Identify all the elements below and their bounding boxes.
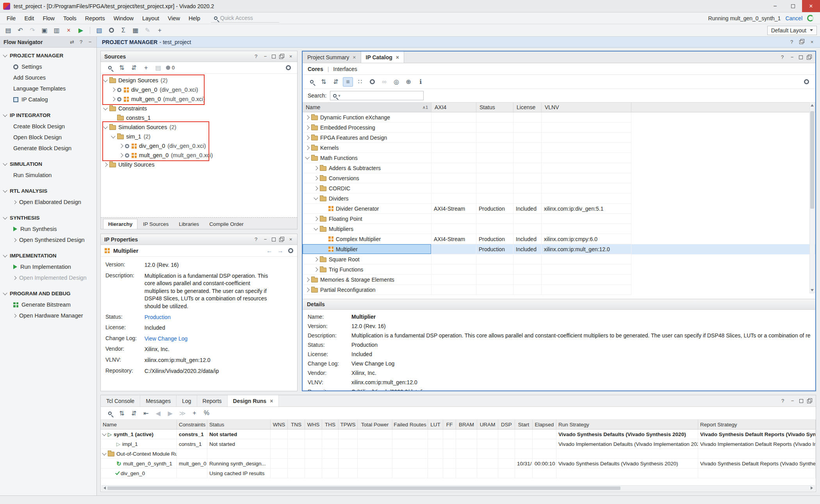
- scroll-down-icon[interactable]: [811, 289, 814, 291]
- tab-ip-catalog[interactable]: IP Catalog×: [361, 51, 404, 63]
- catalog-row-floating-point[interactable]: Floating Point: [303, 214, 815, 224]
- catalog-row-embedded-processing[interactable]: Embedded Processing: [303, 122, 815, 133]
- menu-edit[interactable]: Edit: [20, 14, 38, 23]
- tab-compile-order[interactable]: Compile Order: [205, 219, 248, 229]
- subtab-interfaces[interactable]: Interfaces: [333, 66, 357, 72]
- run-row-out-of-context-module-runs[interactable]: Out-of-Context Module Runs: [101, 449, 816, 459]
- tree-item-sim-1[interactable]: sim_1(2): [101, 132, 297, 141]
- help-icon[interactable]: ?: [779, 54, 785, 60]
- catalog-row-math-functions[interactable]: Math Functions: [303, 153, 815, 163]
- help-icon[interactable]: ?: [253, 236, 259, 242]
- column-header-status[interactable]: Status: [476, 103, 513, 112]
- link-icon[interactable]: ∞: [379, 77, 389, 87]
- column-header-status[interactable]: Status: [207, 420, 271, 429]
- column-header-license[interactable]: License: [513, 103, 542, 112]
- flow-item-create-block-design[interactable]: Create Block Design: [0, 121, 96, 132]
- info-icon[interactable]: ℹ: [415, 77, 426, 87]
- run-row-mult-gen-0-synth-1[interactable]: ↻mult_gen_0_synth_1mult_gen_0Running syn…: [101, 459, 816, 469]
- maximize-icon[interactable]: [272, 55, 276, 59]
- column-header-lut[interactable]: LUT: [428, 420, 443, 429]
- scroll-right-icon[interactable]: [811, 486, 813, 490]
- menu-window[interactable]: Window: [109, 14, 138, 23]
- taxonomy-view-icon[interactable]: ∷: [355, 77, 365, 87]
- column-header-tns[interactable]: TNS: [288, 420, 305, 429]
- create-run-icon[interactable]: +: [189, 408, 200, 418]
- column-header-total-power[interactable]: Total Power: [358, 420, 392, 429]
- subtab-cores[interactable]: Cores: [308, 66, 323, 72]
- customize-wrench-icon[interactable]: [367, 77, 377, 87]
- column-header-start[interactable]: Start: [515, 420, 533, 429]
- open-file-icon[interactable]: ▤: [3, 26, 13, 35]
- expand-all-icon[interactable]: ⇵: [129, 408, 139, 418]
- probe-icon[interactable]: +: [155, 26, 165, 35]
- run-row-div-gen-0[interactable]: div_gen_0Using cached IP results: [101, 469, 816, 478]
- column-header-name[interactable]: Name∧1: [303, 103, 431, 112]
- reset-to-start-icon[interactable]: ⇤: [141, 408, 151, 418]
- save-icon[interactable]: ▣: [39, 26, 50, 35]
- settings-gear-icon[interactable]: [283, 63, 293, 73]
- catalog-row-kernels[interactable]: Kernels: [303, 143, 815, 153]
- catalog-row-dynamic-function-exchange[interactable]: Dynamic Function eXchange: [303, 112, 815, 122]
- minimize-icon[interactable]: −: [790, 398, 795, 404]
- cancel-link[interactable]: Cancel: [785, 15, 802, 21]
- maximize-icon[interactable]: [799, 399, 803, 403]
- search-icon[interactable]: [105, 408, 115, 418]
- search-icon[interactable]: [307, 77, 317, 87]
- vertical-scrollbar[interactable]: [809, 102, 815, 293]
- close-icon[interactable]: ×: [288, 236, 294, 242]
- flow-item-generate-bitstream[interactable]: Generate Bitstream: [0, 299, 96, 310]
- tree-item-div-gen-0[interactable]: div_gen_0(div_gen_0.xci): [101, 85, 297, 94]
- flow-item-run-synthesis[interactable]: Run Synthesis: [0, 224, 96, 234]
- redo-icon[interactable]: ↷: [27, 26, 37, 35]
- quick-access-search[interactable]: Quick Access: [211, 14, 279, 23]
- flow-section-header-ip-integrator[interactable]: IP INTEGRATOR: [0, 110, 96, 121]
- tab-log[interactable]: Log: [176, 395, 197, 406]
- column-header-vlnv[interactable]: VLNV: [542, 103, 631, 112]
- column-header-axi4[interactable]: AXI4: [431, 103, 476, 112]
- column-header-wns[interactable]: WNS: [271, 420, 288, 429]
- column-header-run-strategy[interactable]: Run Strategy: [556, 420, 698, 429]
- edit-icon[interactable]: ✎: [143, 26, 153, 35]
- help-icon[interactable]: ?: [780, 398, 786, 404]
- close-window-icon[interactable]: ×: [802, 0, 820, 12]
- column-header-name[interactable]: Name: [101, 420, 177, 429]
- back-arrow-icon[interactable]: ←: [266, 248, 273, 254]
- run-row-impl-1[interactable]: ▷impl_1constrs_1Not startedVivado Implem…: [101, 439, 816, 449]
- minimize-icon[interactable]: −: [789, 54, 795, 60]
- catalog-row-memories-storage-elements[interactable]: Memories & Storage Elements: [303, 275, 815, 285]
- scroll-up-icon[interactable]: [811, 104, 814, 106]
- gear-icon[interactable]: [288, 248, 293, 253]
- minimize-icon[interactable]: −: [262, 236, 268, 242]
- copy-icon[interactable]: ▥: [52, 26, 62, 35]
- abort-icon[interactable]: ×: [64, 26, 74, 35]
- step-back-icon[interactable]: ◀: [153, 408, 163, 418]
- menu-layout[interactable]: Layout: [138, 14, 164, 23]
- tree-item-constrs-1[interactable]: constrs_1: [101, 113, 297, 122]
- column-header-whs[interactable]: WHS: [305, 420, 322, 429]
- hierarchy-view-icon[interactable]: ≡: [343, 77, 353, 87]
- tab-tcl-console[interactable]: Tcl Console: [101, 395, 140, 406]
- flow-item-run-simulation[interactable]: Run Simulation: [0, 170, 96, 181]
- catalog-row-divider-generator[interactable]: Divider GeneratorAXI4-StreamProductionIn…: [303, 204, 815, 214]
- tab-project-summary[interactable]: Project Summary×: [303, 51, 361, 63]
- catalog-row-multipliers[interactable]: Multipliers: [303, 224, 815, 234]
- messages-filter-icon[interactable]: 0: [165, 63, 175, 73]
- scroll-left-icon[interactable]: [103, 486, 106, 490]
- tree-item-design-sources[interactable]: Design Sources(2): [101, 76, 297, 85]
- skip-forward-icon[interactable]: ≫: [177, 408, 187, 418]
- percent-icon[interactable]: %: [201, 408, 212, 418]
- menu-view[interactable]: View: [164, 14, 184, 23]
- tab-design-runs[interactable]: Design Runs×: [228, 395, 279, 406]
- close-icon[interactable]: ×: [809, 39, 815, 45]
- scrollbar-thumb[interactable]: [107, 486, 620, 490]
- undo-icon[interactable]: ↶: [15, 26, 25, 35]
- catalog-row-complex-multiplier[interactable]: Complex MultiplierAXI4-StreamProductionI…: [303, 234, 815, 244]
- column-header-elapsed[interactable]: Elapsed: [533, 420, 556, 429]
- add-repository-icon[interactable]: ⊕: [403, 77, 414, 87]
- catalog-row-dividers[interactable]: Dividers: [303, 193, 815, 204]
- float-icon[interactable]: [799, 39, 804, 44]
- flow-section-header-project-manager[interactable]: PROJECT MANAGER: [0, 50, 96, 61]
- column-header-constraints[interactable]: Constraints: [177, 420, 207, 429]
- collapse-all-icon[interactable]: ⇅: [117, 408, 127, 418]
- flow-item-open-elaborated-design[interactable]: Open Elaborated Design: [0, 197, 96, 208]
